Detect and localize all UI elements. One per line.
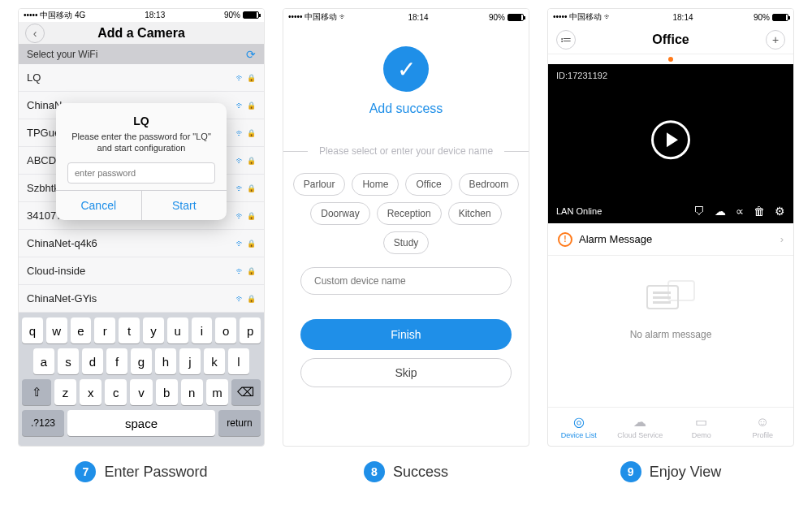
key-numbers[interactable]: .?123: [22, 410, 64, 436]
finish-button[interactable]: Finish: [300, 319, 512, 350]
wifi-name: ChinaNet-GYis: [27, 292, 97, 305]
wifi-row[interactable]: ChinaNet-q4k6ᯤ🔒: [19, 230, 264, 257]
status-bar: ••••• 中国移动 ᯤ 18:14 90%: [283, 9, 529, 25]
key-space[interactable]: space: [67, 410, 215, 436]
alarm-icon: !: [558, 232, 572, 247]
add-button[interactable]: +: [766, 30, 785, 50]
key-x[interactable]: x: [80, 379, 102, 405]
key-backspace[interactable]: ⌫: [231, 379, 261, 405]
custom-name-input[interactable]: [300, 267, 512, 295]
key-k[interactable]: k: [204, 348, 225, 374]
cancel-button[interactable]: Cancel: [56, 191, 141, 220]
carrier-label: ••••• 中国移动 ᯤ: [553, 11, 612, 23]
trash-icon[interactable]: 🗑: [754, 205, 765, 218]
status-bar: ••••• 中国移动 4G 18:13 90%: [19, 9, 264, 22]
cloud-icon[interactable]: ☁: [715, 205, 726, 218]
skip-button[interactable]: Skip: [300, 358, 512, 387]
tab-bar: ◎Device List ☁Cloud Service ▭Demo ☺Profi…: [548, 407, 793, 446]
chip-home[interactable]: Home: [352, 173, 399, 196]
camera-icon: ◎: [573, 414, 585, 430]
alarm-message-row[interactable]: ! Alarm Message ›: [548, 223, 793, 256]
tab-label: Demo: [692, 431, 711, 439]
wifi-icon: ᯤ🔒: [235, 72, 256, 84]
key-l[interactable]: l: [228, 348, 249, 374]
wifi-icon: ᯤ🔒: [235, 210, 256, 222]
wifi-section-header: Select your WiFi ⟳: [19, 45, 264, 64]
chip-study[interactable]: Study: [383, 231, 430, 254]
back-button[interactable]: ‹: [25, 24, 45, 43]
lock-icon: 🔒: [247, 240, 256, 248]
dialog-message: Please enter the password for "LQ" and s…: [67, 131, 215, 154]
step-number: 9: [620, 461, 641, 482]
key-j[interactable]: j: [179, 348, 201, 374]
clock: 18:14: [673, 13, 693, 22]
wifi-icon: ᯤ🔒: [235, 127, 256, 139]
menu-icon[interactable]: ≔: [556, 30, 576, 50]
wifi-icon: ᯤ🔒: [235, 100, 256, 111]
lock-icon: 🔒: [247, 267, 256, 275]
phone-enter-password: ••••• 中国移动 4G 18:13 90% ‹ Add a Camera S…: [18, 8, 265, 447]
chip-office[interactable]: Office: [405, 173, 451, 196]
video-preview[interactable]: ID:17231192 LAN Online ⛉ ☁ ∝ 🗑 ⚙: [548, 64, 793, 223]
key-t[interactable]: t: [119, 317, 140, 343]
key-v[interactable]: v: [130, 379, 152, 405]
key-n[interactable]: n: [181, 379, 203, 405]
key-s[interactable]: s: [58, 348, 79, 374]
play-icon[interactable]: [651, 120, 690, 159]
key-return[interactable]: return: [218, 410, 261, 436]
key-a[interactable]: a: [33, 348, 54, 374]
caption-text: Success: [393, 464, 448, 481]
key-h[interactable]: h: [155, 348, 176, 374]
lock-icon: 🔒: [247, 102, 256, 110]
chip-doorway[interactable]: Doorway: [310, 202, 369, 225]
wifi-name: Cloud-inside: [27, 265, 85, 277]
key-y[interactable]: y: [143, 317, 164, 343]
refresh-icon[interactable]: ⟳: [246, 48, 256, 61]
key-z[interactable]: z: [54, 379, 76, 405]
chip-kitchen[interactable]: Kitchen: [448, 202, 502, 225]
battery-pct: 90%: [489, 13, 505, 22]
wifi-row[interactable]: Cloud-insideᯤ🔒: [19, 257, 264, 285]
key-u[interactable]: u: [167, 317, 188, 343]
wifi-row[interactable]: ChinaNet-GYisᯤ🔒: [19, 285, 264, 313]
key-e[interactable]: e: [71, 317, 92, 343]
key-d[interactable]: d: [82, 348, 103, 374]
key-b[interactable]: b: [156, 379, 178, 405]
start-button[interactable]: Start: [141, 191, 227, 220]
key-shift[interactable]: ⇧: [22, 379, 51, 405]
wifi-name: Szbhtk: [27, 182, 59, 194]
key-c[interactable]: c: [105, 379, 127, 405]
tab-profile[interactable]: ☺Profile: [732, 408, 794, 446]
dot-icon: [668, 57, 673, 62]
tab-device-list[interactable]: ◎Device List: [548, 408, 610, 446]
tab-label: Profile: [752, 431, 773, 439]
cloud-icon: ☁: [633, 414, 646, 430]
tab-cloud-service[interactable]: ☁Cloud Service: [610, 408, 672, 446]
battery-pct: 90%: [224, 11, 240, 19]
lock-icon: 🔒: [247, 74, 256, 82]
share-icon[interactable]: ∝: [736, 205, 744, 218]
gear-icon[interactable]: ⚙: [775, 205, 785, 218]
key-m[interactable]: m: [206, 379, 228, 405]
key-q[interactable]: q: [22, 317, 43, 343]
chip-reception[interactable]: Reception: [377, 202, 442, 225]
key-i[interactable]: i: [192, 317, 213, 343]
tab-demo[interactable]: ▭Demo: [671, 408, 732, 446]
key-w[interactable]: w: [46, 317, 67, 343]
key-r[interactable]: r: [94, 317, 115, 343]
chip-bedroom[interactable]: Bedroom: [459, 173, 520, 196]
password-input[interactable]: [67, 162, 215, 184]
device-name-hint: Please select or enter your device name: [308, 145, 504, 157]
key-f[interactable]: f: [106, 348, 127, 374]
key-g[interactable]: g: [131, 348, 152, 374]
shield-icon[interactable]: ⛉: [693, 205, 705, 218]
wifi-row[interactable]: LQᯤ🔒: [19, 64, 264, 92]
step-captions: 7Enter Password 8Success 9Enjoy View: [0, 447, 812, 482]
video-toolbar: LAN Online ⛉ ☁ ∝ 🗑 ⚙: [548, 199, 793, 223]
empty-chat-icon: [646, 280, 695, 321]
password-dialog: LQ Please enter the password for "LQ" an…: [56, 103, 227, 220]
key-p[interactable]: p: [240, 317, 261, 343]
key-o[interactable]: o: [215, 317, 236, 343]
chip-parlour[interactable]: Parlour: [293, 173, 346, 196]
tab-label: Cloud Service: [617, 431, 663, 439]
